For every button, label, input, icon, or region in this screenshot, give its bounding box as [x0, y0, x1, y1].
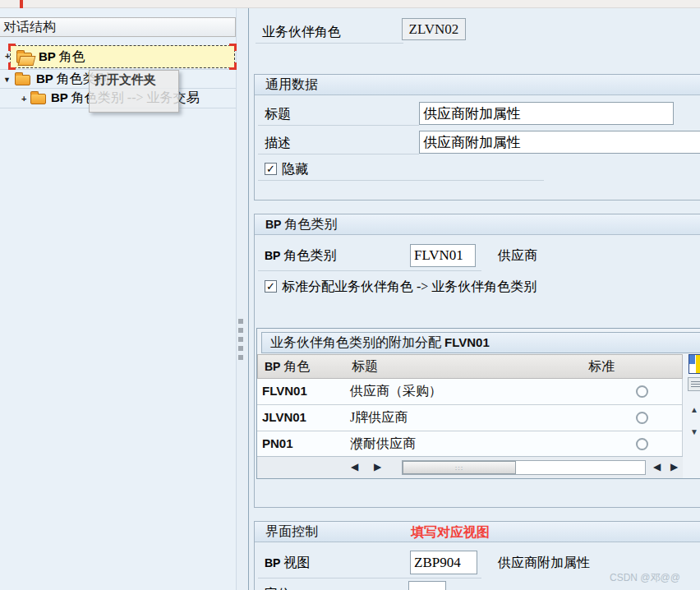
- field-underline: [256, 43, 403, 44]
- column-header-title[interactable]: 标题: [345, 354, 583, 379]
- folder-icon: [30, 94, 46, 104]
- cell-bp-role[interactable]: JLVN01: [257, 405, 346, 431]
- red-annotation: 填写对应视图: [411, 522, 490, 542]
- field-underline: [258, 180, 544, 181]
- sap-window: 对话结构 + BP 角色 ▼ BP 角色类别 + BP 角色类别 --> 业务交…: [0, 0, 700, 590]
- bp-role-category-header: BP 角色类别: [255, 214, 700, 235]
- table-configuration-icon[interactable]: [688, 354, 700, 374]
- drag-marker-tick: [20, 0, 23, 8]
- detail-panel: 业务伙伴角色 ZLVN02 通用数据 标题 描述 ✓ 隐藏 BP 角色类别 BP…: [248, 8, 700, 590]
- bp-view-desc: 供应商附加属性: [498, 555, 590, 572]
- title-input[interactable]: [419, 102, 674, 125]
- collapse-icon[interactable]: ▼: [3, 76, 11, 84]
- drag-corner-icon: [8, 62, 16, 70]
- open-folder-tooltip: 打开文件夹: [89, 70, 179, 113]
- tree-item-label: BP 角色: [39, 48, 85, 66]
- folder-icon: [15, 75, 30, 85]
- field-underline: [258, 270, 481, 271]
- general-data-header: 通用数据: [255, 75, 700, 95]
- panel-splitter[interactable]: [237, 8, 248, 590]
- hscrollbar-thumb[interactable]: :::: [403, 461, 516, 474]
- cell-title[interactable]: J牌供应商: [345, 405, 583, 431]
- top-strip: [0, 0, 700, 8]
- bp-role-category-input[interactable]: [410, 244, 476, 267]
- dialog-structure-header: 对话结构: [0, 17, 236, 37]
- column-header-bp-role[interactable]: BP 角色: [257, 354, 346, 379]
- cell-title[interactable]: 濮耐供应商: [345, 431, 583, 458]
- open-folder-icon: [16, 53, 32, 63]
- tree-selection-box[interactable]: BP 角色: [10, 45, 235, 68]
- watermark: CSDN @邓@@: [610, 571, 680, 585]
- splitter-grip-icon: [238, 319, 243, 360]
- cell-title[interactable]: 供应商（采购）: [345, 379, 583, 405]
- cell-bp-role[interactable]: PN01: [257, 431, 346, 458]
- scroll-right-icon[interactable]: ▶: [670, 461, 678, 473]
- hscrollbar-track[interactable]: :::: [402, 460, 646, 475]
- bp-role-category-label: BP 角色类别: [265, 247, 336, 265]
- standard-assignment-checkbox[interactable]: ✓: [265, 280, 277, 293]
- scroll-left-icon[interactable]: ◀: [351, 461, 358, 473]
- bp-role-value-field[interactable]: ZLVN02: [402, 18, 466, 40]
- field-position-input[interactable]: [408, 581, 446, 590]
- table-hscroll-row: ◀ ▶ ::: ◀ ▶: [257, 456, 683, 478]
- tree-item-bp-role[interactable]: + BP 角色: [0, 44, 236, 70]
- scroll-right-icon[interactable]: ▶: [374, 461, 381, 473]
- scroll-left-icon[interactable]: ◀: [653, 461, 661, 473]
- hidden-checkbox[interactable]: ✓: [265, 163, 277, 175]
- expand-icon[interactable]: +: [21, 94, 26, 104]
- field-underline: [258, 125, 419, 126]
- drag-corner-icon: [229, 44, 237, 51]
- standard-radio[interactable]: [636, 438, 648, 450]
- bp-view-label: BP 视图: [265, 555, 310, 572]
- scroll-up-icon[interactable]: ▲: [690, 405, 698, 414]
- scroll-down-icon[interactable]: ▼: [690, 427, 698, 436]
- standard-assignment-label: 标准分配业务伙伴角色 -> 业务伙伴角色类别: [282, 279, 537, 296]
- additional-assignments-table: 业务伙伴角色类别的附加分配 FLVN01 BP 角色 标题 标准 FLVN01 …: [256, 328, 700, 479]
- description-input[interactable]: [419, 131, 700, 154]
- title-label: 标题: [265, 106, 291, 123]
- standard-radio[interactable]: [636, 412, 648, 424]
- cell-standard: [582, 405, 683, 431]
- standard-radio[interactable]: [636, 385, 648, 398]
- field-position-label: 字位: [265, 586, 291, 590]
- description-label: 描述: [265, 135, 291, 152]
- bp-role-category-section: BP 角色类别 BP 角色类别 供应商 ✓ 标准分配业务伙伴角色 -> 业务伙伴…: [254, 214, 700, 508]
- table-settings-button[interactable]: [688, 377, 700, 391]
- hidden-checkbox-label: 隐藏: [282, 161, 308, 178]
- field-underline: [258, 154, 419, 154]
- field-underline: [258, 578, 481, 578]
- bp-view-input[interactable]: [410, 551, 477, 574]
- column-header-standard[interactable]: 标准: [582, 354, 683, 379]
- table-title: 业务伙伴角色类别的附加分配 FLVN01: [261, 332, 700, 353]
- general-data-section: 通用数据 标题 描述 ✓ 隐藏: [254, 74, 700, 201]
- drag-corner-icon: [229, 62, 237, 70]
- cell-standard: [582, 431, 683, 458]
- bp-role-label: 业务伙伴角色: [262, 24, 341, 41]
- table-side-column: ▲ ▼: [683, 354, 700, 478]
- bp-role-category-desc: 供应商: [498, 247, 537, 265]
- cell-bp-role[interactable]: FLVN01: [257, 379, 346, 405]
- drag-corner-icon: [8, 44, 16, 51]
- cell-standard: [582, 379, 683, 405]
